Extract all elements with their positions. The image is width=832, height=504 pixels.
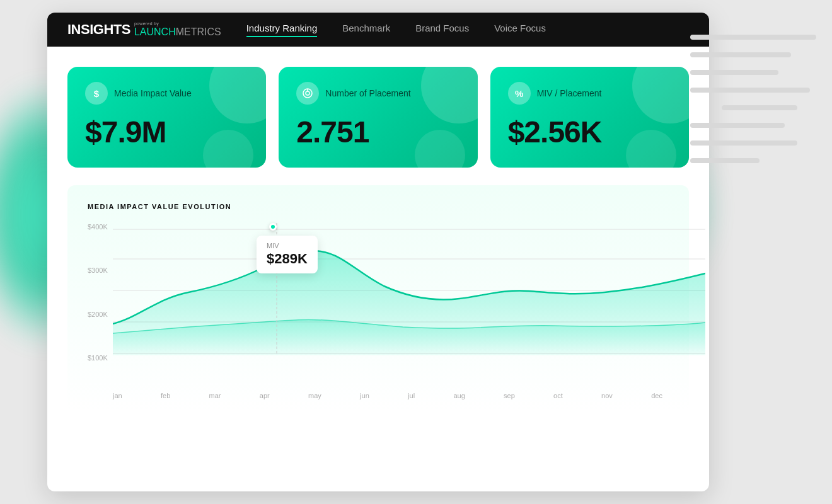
logo-metrics: METRICS [176, 26, 221, 37]
y-label-300k: $300K [88, 266, 108, 274]
metric-icon-placement [296, 82, 319, 105]
metric-label-placement: Number of Placement [325, 88, 410, 98]
metric-header-miv-placement: % MIV / Placement [508, 82, 671, 105]
x-label-jun: jun [360, 392, 369, 399]
logo-launchmetrics: LAUNCHMETRICS [134, 26, 221, 38]
right-scrollbars [690, 35, 816, 163]
x-label-oct: oct [553, 392, 563, 399]
nav-item-voice-focus[interactable]: Voice Focus [494, 23, 546, 37]
y-axis-labels: $400K $300K $200K $100K [88, 223, 108, 362]
svg-point-1 [306, 91, 309, 95]
metric-header-placement: Number of Placement [296, 82, 459, 105]
x-label-jul: jul [408, 392, 415, 399]
metric-value-placement: 2.751 [296, 117, 459, 147]
scroll-bar-4 [690, 88, 810, 93]
tooltip-dot [269, 223, 277, 231]
metric-card-placement: Number of Placement 2.751 [279, 67, 477, 168]
metric-card-miv-placement: % MIV / Placement $2.56K [490, 67, 689, 168]
logo-launch: LAUNCH [134, 26, 176, 37]
chart-svg-container: $400K $300K $200K $100K [88, 223, 669, 387]
x-label-nov: nov [601, 392, 613, 399]
x-label-sep: sep [504, 392, 515, 399]
scroll-bar-7 [690, 140, 797, 146]
x-label-jan: jan [113, 392, 122, 399]
scroll-bar-1 [690, 35, 816, 40]
header: INSIGHTS powered by LAUNCHMETRICS Indust… [47, 13, 709, 47]
metric-icon-percent: % [508, 82, 531, 105]
tooltip-value: $289K [267, 251, 308, 267]
scroll-bar-6 [690, 123, 785, 128]
y-label-400k: $400K [88, 223, 108, 231]
chart-tooltip: MIV $289K [257, 236, 318, 273]
logo-insights: INSIGHTS [67, 21, 130, 38]
x-label-aug: aug [453, 392, 465, 399]
metrics-area: $ Media Impact Value $7.9M Number of Pla… [47, 47, 709, 168]
y-label-200k: $200K [88, 311, 108, 318]
scroll-bar-3 [690, 70, 778, 75]
logo-powered-area: powered by LAUNCHMETRICS [134, 21, 221, 38]
main-card: INSIGHTS powered by LAUNCHMETRICS Indust… [47, 13, 709, 491]
scroll-bar-8 [690, 158, 760, 163]
nav-item-benchmark[interactable]: Benchmark [342, 23, 390, 37]
x-label-dec: dec [651, 392, 662, 399]
metric-icon-dollar: $ [85, 82, 108, 105]
x-label-mar: mar [209, 392, 221, 399]
logo-powered-by: powered by [134, 21, 221, 26]
metric-card-miv: $ Media Impact Value $7.9M [67, 67, 266, 168]
scroll-bar-5 [722, 105, 797, 110]
scroll-bar-2 [690, 52, 791, 57]
metric-value-miv: $7.9M [85, 117, 248, 147]
page-wrapper: INSIGHTS powered by LAUNCHMETRICS Indust… [0, 0, 832, 504]
chart-title: MEDIA IMPACT VALUE EVOLUTION [88, 203, 669, 210]
x-label-feb: feb [161, 392, 170, 399]
y-label-100k: $100K [88, 354, 108, 362]
x-axis-labels: jan feb mar apr may jun jul aug sep oct … [88, 387, 662, 399]
navigation: Industry Ranking Benchmark Brand Focus V… [246, 23, 546, 37]
metric-header-miv: $ Media Impact Value [85, 82, 248, 105]
metric-value-miv-placement: $2.56K [508, 117, 671, 147]
nav-item-industry-ranking[interactable]: Industry Ranking [246, 23, 318, 37]
x-label-may: may [308, 392, 321, 399]
chart-area: MEDIA IMPACT VALUE EVOLUTION MIV $289K $… [67, 185, 689, 412]
metric-label-miv: Media Impact Value [114, 88, 192, 98]
tooltip-label: MIV [267, 242, 308, 249]
metric-label-miv-placement: MIV / Placement [537, 88, 602, 98]
x-label-apr: apr [260, 392, 270, 399]
chart-svg [113, 223, 705, 362]
logo: INSIGHTS powered by LAUNCHMETRICS [67, 21, 221, 38]
nav-item-brand-focus[interactable]: Brand Focus [415, 23, 469, 37]
